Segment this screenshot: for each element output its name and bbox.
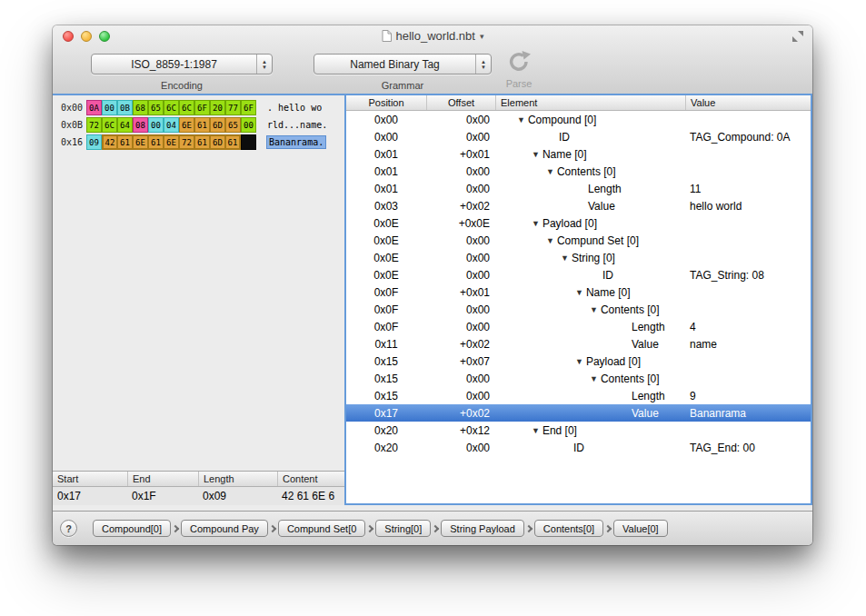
help-button[interactable]: ? — [60, 520, 77, 537]
hex-byte-cell[interactable]: 72 — [179, 134, 194, 150]
hex-byte-cell[interactable] — [241, 134, 256, 150]
titlebar[interactable]: hello_world.nbt ▾ — [53, 25, 812, 46]
hex-byte-cell[interactable]: 65 — [225, 117, 241, 133]
stepper-down-icon: ▼ — [262, 65, 267, 70]
minimize-button[interactable] — [81, 31, 92, 42]
hex-byte-cell[interactable]: 6D — [210, 117, 225, 133]
tree-row[interactable]: 0x000x00IDTAG_Compound: 0A — [346, 128, 811, 145]
disclosure-triangle-icon[interactable]: ▼ — [561, 253, 569, 263]
hex-byte-cell[interactable]: 64 — [117, 117, 133, 133]
tree-row[interactable]: 0x000x00▼Compound [0] — [346, 111, 811, 128]
hex-byte-cell[interactable]: 04 — [164, 117, 179, 133]
breadcrumb-item[interactable]: Contents[0] — [534, 520, 603, 537]
tree-row[interactable]: 0x15+0x07▼Payload [0] — [346, 353, 811, 370]
tree-row[interactable]: 0x0F0x00Length4 — [346, 318, 811, 335]
breadcrumb-item[interactable]: Compund Set[0 — [278, 520, 365, 537]
tree-offset-cell: +0x02 — [426, 200, 495, 213]
disclosure-triangle-icon[interactable]: ▼ — [532, 150, 540, 159]
tree-row[interactable]: 0x17+0x02ValueBananrama — [346, 404, 811, 422]
hex-row: 0x160942616E616E72616D61Bananrama. — [53, 134, 344, 151]
tree-offset-cell: 0x00 — [426, 114, 495, 126]
hex-byte-cell[interactable]: 61 — [194, 117, 210, 133]
breadcrumb-item[interactable]: Compound Pay — [181, 520, 268, 537]
hex-byte-cell[interactable]: 61 — [117, 134, 133, 150]
breadcrumb-item[interactable]: Value[0] — [613, 520, 668, 537]
tree-value-cell: 9 — [685, 390, 811, 402]
hex-byte-cell[interactable]: 61 — [225, 134, 241, 150]
close-button[interactable] — [63, 31, 74, 42]
hex-byte-cell[interactable]: 08 — [133, 117, 148, 133]
hex-byte-cell[interactable]: 00 — [102, 100, 117, 115]
hex-byte-cell[interactable]: 6C — [164, 100, 179, 115]
tree-row[interactable]: 0x0E0x00▼Compund Set [0] — [346, 232, 811, 249]
parse-button[interactable]: Parse — [498, 50, 540, 89]
hex-byte-cell[interactable]: 00 — [241, 117, 256, 133]
hex-byte-cell[interactable]: 6E — [164, 134, 179, 150]
hex-ascii-text[interactable]: Bananrama. — [267, 136, 325, 148]
tree-row[interactable]: 0x0E0x00IDTAG_String: 08 — [346, 266, 811, 283]
tree-row[interactable]: 0x010x00▼Contents [0] — [346, 163, 811, 180]
hex-byte-cell[interactable]: 0A — [86, 100, 102, 115]
disclosure-triangle-icon[interactable]: ▼ — [546, 236, 554, 245]
hex-byte-cell[interactable]: 65 — [148, 100, 164, 115]
hex-byte-cell[interactable]: 6F — [241, 100, 256, 115]
hex-byte-cell[interactable]: 09 — [86, 134, 102, 150]
tree-offset-cell: +0x12 — [426, 424, 495, 437]
grammar-dropdown[interactable]: Named Binary Tag ▲ ▼ — [314, 54, 492, 75]
tree-offset-cell: 0x00 — [426, 183, 495, 195]
disclosure-triangle-icon[interactable]: ▼ — [575, 357, 583, 366]
tree-row[interactable]: 0x20+0x12▼End [0] — [346, 422, 811, 439]
tree-value-cell: 11 — [685, 183, 811, 195]
tree-row[interactable]: 0x150x00▼Contents [0] — [346, 370, 811, 387]
disclosure-triangle-icon[interactable]: ▼ — [590, 305, 598, 314]
disclosure-triangle-icon[interactable]: ▼ — [575, 288, 583, 297]
disclosure-triangle-icon[interactable]: ▼ — [546, 167, 554, 176]
hex-byte-cell[interactable]: 6C — [102, 117, 117, 133]
hex-byte-cell[interactable]: 6F — [194, 100, 210, 115]
disclosure-triangle-icon[interactable]: ▼ — [590, 374, 598, 383]
tree-offset-cell: 0x00 — [426, 165, 495, 178]
hex-ascii-text[interactable]: rld...name. — [267, 120, 327, 130]
title-chevron-icon[interactable]: ▾ — [480, 32, 484, 41]
hex-byte-cell[interactable]: 77 — [225, 100, 241, 115]
hex-byte-cell[interactable]: 6E — [179, 117, 194, 133]
parse-tree-panel: Position Offset Element Value 0x000x00▼C… — [344, 95, 812, 505]
tree-row[interactable]: 0x200x00IDTAG_End: 00 — [346, 439, 811, 456]
hex-byte-cell[interactable]: 42 — [102, 134, 117, 150]
tree-row[interactable]: 0x03+0x02Valuehello world — [346, 197, 811, 214]
breadcrumb-item[interactable]: String[0] — [375, 520, 431, 537]
tree-element-label: ID — [602, 269, 613, 282]
encoding-dropdown[interactable]: ISO_8859-1:1987 ▲ ▼ — [91, 54, 273, 75]
hex-ascii-text[interactable]: . hello wo — [267, 103, 322, 113]
hex-byte-cell[interactable]: 00 — [148, 117, 164, 133]
tree-row[interactable]: 0x0F0x00▼Contents [0] — [346, 301, 811, 318]
tree-row[interactable]: 0x01+0x01▼Name [0] — [346, 145, 811, 163]
breadcrumb-item[interactable]: Compound[0] — [93, 520, 171, 537]
disclosure-triangle-icon[interactable]: ▼ — [517, 115, 525, 124]
hex-byte-cell[interactable]: 0B — [117, 100, 133, 115]
hex-rows[interactable]: 0x000A000B68656C6C6F20776F. hello wo0x0B… — [53, 95, 344, 471]
tree-element-label: Length — [632, 321, 665, 333]
tree-body[interactable]: 0x000x00▼Compound [0]0x000x00IDTAG_Compo… — [346, 111, 811, 503]
hex-byte-cell[interactable]: 61 — [194, 134, 210, 150]
disclosure-triangle-icon[interactable]: ▼ — [532, 426, 540, 435]
window-title-text: hello_world.nbt — [396, 29, 475, 43]
zoom-button[interactable] — [99, 31, 110, 42]
tree-row[interactable]: 0x0E0x00▼String [0] — [346, 249, 811, 266]
hex-byte-cell[interactable]: 72 — [86, 117, 102, 133]
breadcrumb-item[interactable]: String Payload — [441, 520, 524, 537]
hex-byte-cell[interactable]: 68 — [133, 100, 148, 115]
hex-byte-cell[interactable]: 6D — [210, 134, 225, 150]
hex-byte-cell[interactable]: 61 — [148, 134, 164, 150]
tree-row[interactable]: 0x11+0x02Valuename — [346, 335, 811, 353]
fullscreen-icon[interactable] — [791, 30, 804, 43]
hex-byte-cell[interactable]: 6C — [179, 100, 194, 115]
tree-row[interactable]: 0x150x00Length9 — [346, 387, 811, 404]
tree-row[interactable]: 0x0E+0x0E▼Payload [0] — [346, 214, 811, 232]
hex-byte-cell[interactable]: 20 — [210, 100, 225, 115]
tree-row[interactable]: 0x010x00Length11 — [346, 180, 811, 197]
tree-row[interactable]: 0x0F+0x01▼Name [0] — [346, 283, 811, 301]
tree-position-cell: 0x15 — [346, 355, 426, 368]
disclosure-triangle-icon[interactable]: ▼ — [532, 219, 540, 228]
hex-byte-cell[interactable]: 6E — [133, 134, 148, 150]
